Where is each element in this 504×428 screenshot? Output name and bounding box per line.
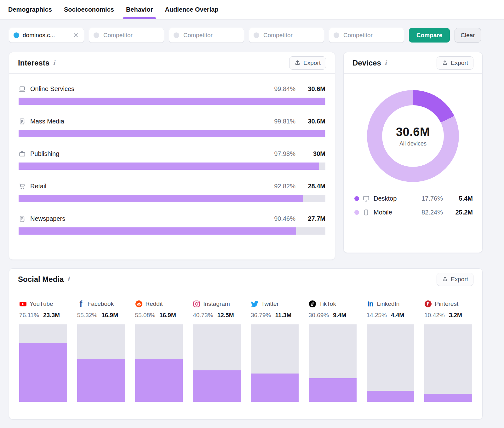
legend-label: Desktop	[374, 195, 407, 202]
social-value: 4.4M	[391, 312, 404, 319]
info-icon[interactable]: i	[67, 276, 69, 282]
competitor-field-4[interactable]	[343, 31, 399, 39]
social-columns: YouTube 76.11% 23.3M f Facebook 55.32% 1…	[9, 290, 482, 402]
competitor-input-4[interactable]	[329, 28, 404, 43]
interest-value: 27.7M	[300, 215, 325, 222]
interest-percent: 92.82%	[263, 183, 295, 190]
tab-demographics[interactable]: Demographics	[8, 0, 53, 19]
social-percent: 55.32%	[77, 312, 97, 319]
competitor-field-1[interactable]	[103, 31, 159, 39]
social-percent: 55.08%	[135, 312, 155, 319]
social-bar-fill	[77, 359, 125, 402]
devices-export-button[interactable]: Export	[437, 56, 473, 70]
competitor-field-3[interactable]	[263, 31, 319, 39]
social-value: 9.4M	[333, 312, 346, 319]
social-percent: 76.11%	[19, 312, 39, 319]
competitor-dot-icon	[334, 32, 339, 38]
social-column-facebook: f Facebook 55.32% 16.9M	[77, 300, 125, 402]
close-icon[interactable]	[72, 32, 79, 39]
competitor-field-2[interactable]	[183, 31, 239, 39]
interest-value: 30.6M	[300, 118, 325, 125]
social-percent: 40.73%	[193, 312, 213, 319]
social-title-text: Social Media	[18, 275, 64, 284]
donut-center: 30.6M All devices	[382, 105, 444, 167]
monitor-icon	[363, 195, 370, 202]
social-percent: 36.79%	[251, 312, 271, 319]
desktop-dot-icon	[354, 196, 359, 201]
interest-bar-track	[19, 98, 325, 105]
interest-row: Retail 92.82% 28.4M	[19, 182, 325, 202]
tiktok-icon	[309, 300, 316, 308]
interest-value: 30M	[300, 150, 325, 157]
interest-value: 28.4M	[300, 183, 325, 190]
social-column-linkedin: in LinkedIn 14.25% 4.4M	[367, 300, 415, 402]
interests-export-button[interactable]: Export	[289, 56, 326, 70]
youtube-icon	[19, 300, 27, 308]
interest-row: Mass Media 99.81% 30.6M	[19, 117, 325, 137]
devices-title: Devices i	[352, 59, 387, 67]
competitor-input-2[interactable]	[169, 28, 244, 43]
social-bar-fill	[309, 378, 357, 402]
interest-bar-track	[19, 195, 325, 202]
tab-audience-overlap[interactable]: Audience Overlap	[164, 0, 219, 19]
compare-button[interactable]: Compare	[409, 28, 450, 43]
social-bar-fill	[193, 370, 241, 402]
export-label: Export	[303, 60, 321, 66]
interest-value: 30.6M	[300, 85, 325, 93]
competitor-dot-icon	[94, 32, 99, 38]
interest-percent: 97.98%	[263, 150, 295, 157]
interest-label: Retail	[30, 183, 259, 190]
reddit-icon	[135, 300, 143, 308]
devices-title-text: Devices	[352, 59, 381, 67]
interest-label: Mass Media	[30, 118, 259, 125]
social-bar-fill	[251, 374, 299, 402]
pinterest-icon: P	[424, 300, 432, 308]
info-icon[interactable]: i	[385, 60, 387, 66]
donut-total-value: 30.6M	[396, 125, 430, 139]
export-icon	[295, 60, 301, 66]
facebook-icon: f	[77, 300, 85, 308]
briefcase-icon	[19, 150, 26, 157]
tab-behavior[interactable]: Behavior	[125, 0, 154, 19]
devices-header: Devices i Export	[344, 52, 482, 74]
social-name: Pinterest	[435, 300, 458, 307]
social-column-pinterest: P Pinterest 10.42% 3.2M	[424, 300, 472, 402]
social-value: 11.3M	[275, 312, 291, 319]
domain-label: dominos.c...	[23, 32, 69, 39]
social-bar-track	[193, 324, 241, 402]
interest-bar-track	[19, 130, 325, 137]
competitor-dot-icon	[174, 32, 179, 38]
social-bar-track	[19, 324, 67, 402]
social-export-button[interactable]: Export	[437, 273, 473, 286]
social-header: Social Media i Export	[9, 269, 482, 290]
social-bar-track	[309, 324, 357, 402]
social-column-instagram: Instagram 40.73% 12.5M	[193, 300, 241, 402]
info-icon[interactable]: i	[53, 60, 55, 66]
social-column-twitter: Twitter 36.79% 11.3M	[251, 300, 299, 402]
clear-button[interactable]: Clear	[455, 28, 481, 43]
social-name: TikTok	[319, 300, 336, 307]
social-name: LinkedIn	[377, 300, 400, 307]
donut-total-label: All devices	[399, 140, 427, 147]
phone-icon	[363, 208, 370, 216]
interest-label: Newspapers	[30, 215, 259, 222]
export-label: Export	[451, 276, 468, 283]
competitor-input-3[interactable]	[249, 28, 324, 43]
interest-bar-fill	[19, 130, 325, 137]
linkedin-icon: in	[367, 300, 374, 308]
social-media-panel: Social Media i Export YouTube 76.11% 23.…	[9, 268, 483, 419]
interests-panel: Interests i Export Online Services 99.84…	[9, 52, 335, 260]
interests-header: Interests i Export	[9, 52, 335, 74]
social-bar-fill	[424, 394, 472, 402]
legend-percent: 82.24%	[410, 209, 443, 216]
legend-row-mobile: Mobile 82.24% 25.2M	[354, 208, 473, 216]
social-value: 16.9M	[159, 312, 176, 319]
competitor-input-1[interactable]	[89, 28, 164, 43]
export-label: Export	[451, 60, 468, 66]
social-value: 16.9M	[101, 312, 118, 319]
tab-socioeconomics[interactable]: Socioeconomics	[63, 0, 115, 19]
social-percent: 14.25%	[367, 312, 387, 319]
filters-row: dominos.c... Compare Clear	[9, 28, 495, 43]
social-bar-track	[77, 324, 125, 402]
domain-pill[interactable]: dominos.c...	[9, 28, 84, 43]
